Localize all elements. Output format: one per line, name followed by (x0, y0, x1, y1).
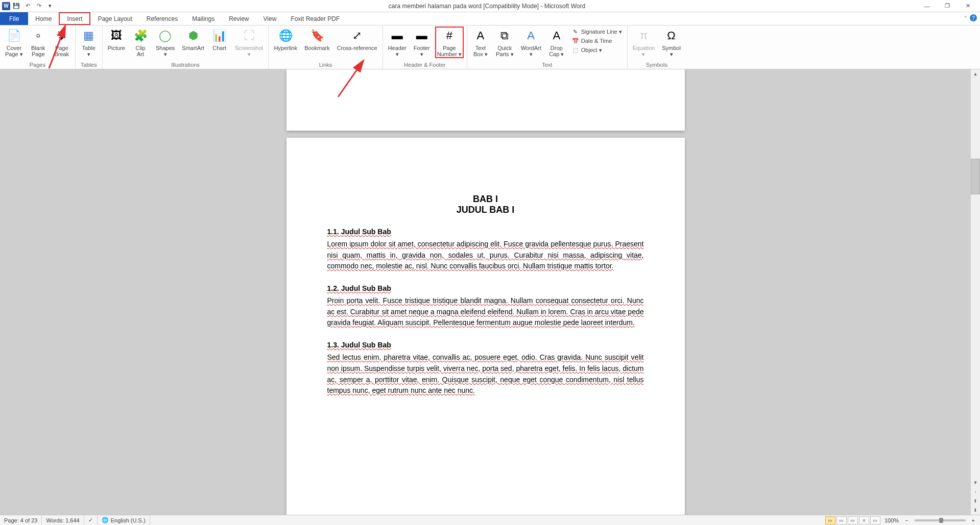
help-icon[interactable]: ? (970, 14, 977, 21)
object-button[interactable]: ⬚Object ▾ (570, 46, 624, 54)
maximize-button[interactable]: ❐ (939, 1, 955, 11)
scroll-track[interactable] (971, 79, 980, 478)
group-illustrations-label: Illustrations (106, 62, 266, 69)
group-header-footer-label: Header & Footer (386, 62, 464, 69)
status-language[interactable]: 🌐English (U.S.) (98, 515, 150, 526)
vertical-scrollbar[interactable]: ▲ ▼ ◦ ⬆ ⬇ (971, 69, 980, 515)
page-number-icon: # (441, 28, 458, 44)
qat-customize-button[interactable]: ▾ (45, 1, 55, 11)
picture-icon: 🖼 (108, 28, 125, 44)
tab-page-layout[interactable]: Page Layout (90, 12, 139, 25)
footer-icon: ▬ (414, 28, 430, 44)
date-time-icon: 📅 (572, 37, 579, 44)
next-page-button[interactable]: ⬇ (971, 506, 980, 515)
redo-button[interactable]: ↷ (34, 1, 44, 11)
shapes-button[interactable]: ◯Shapes ▾ (154, 27, 177, 58)
picture-button[interactable]: 🖼Picture (106, 27, 127, 52)
close-button[interactable]: ✕ (960, 1, 976, 11)
zoom-in-button[interactable]: + (970, 517, 977, 523)
word-app-icon[interactable]: W (2, 2, 10, 10)
group-tables-label: Tables (79, 62, 99, 69)
drop-cap-icon: A (548, 28, 565, 44)
document-area[interactable]: BAB I JUDUL BAB I 1.1. Judul Sub Bab Lor… (0, 69, 971, 515)
tab-review[interactable]: Review (222, 12, 256, 25)
ribbon-minimize-icon[interactable]: ˄ (964, 15, 967, 21)
blank-page-button[interactable]: ▫Blank Page (28, 27, 49, 58)
doc-subheading-2: 1.2. Judul Sub Bab (327, 284, 644, 292)
doc-heading-bab: BAB I (327, 194, 644, 205)
tab-foxit-reader[interactable]: Foxit Reader PDF (283, 12, 347, 25)
proofing-icon: ✓ (88, 517, 93, 523)
group-tables: ▦Table ▾ Tables (76, 26, 103, 69)
view-print-layout[interactable]: ▭ (825, 516, 835, 524)
smartart-button[interactable]: ⬢SmartArt (180, 27, 206, 52)
group-pages-label: Pages (3, 62, 72, 69)
table-button[interactable]: ▦Table ▾ (79, 27, 99, 58)
zoom-level[interactable]: 100% (881, 517, 902, 523)
drop-cap-button[interactable]: ADrop Cap ▾ (546, 27, 567, 58)
status-words[interactable]: Words: 1.644 (42, 515, 84, 526)
view-draft[interactable]: ▭ (870, 516, 880, 524)
quick-parts-button[interactable]: ⧉Quick Parts ▾ (494, 27, 516, 58)
zoom-slider-thumb[interactable] (939, 518, 943, 523)
tab-references[interactable]: References (139, 12, 185, 25)
page-number-button[interactable]: #Page Number ▾ (435, 27, 464, 58)
table-icon: ▦ (81, 28, 97, 44)
group-pages: 📄Cover Page ▾ ▫Blank Page ⮯Page Break Pa… (0, 26, 76, 69)
cover-page-button[interactable]: 📄Cover Page ▾ (3, 27, 25, 58)
view-outline[interactable]: ≡ (859, 516, 869, 524)
ribbon-tabs: File Home Insert Page Layout References … (0, 12, 980, 26)
previous-page-bottom[interactable] (286, 69, 685, 131)
footer-button[interactable]: ▬Footer ▾ (412, 27, 432, 58)
page-break-icon: ⮯ (54, 28, 70, 44)
status-proofing[interactable]: ✓ (84, 515, 98, 526)
signature-line-button[interactable]: ✎Signature Line ▾ (570, 28, 624, 36)
wordart-button[interactable]: AWordArt ▾ (519, 27, 543, 58)
bookmark-button[interactable]: 🔖Bookmark (302, 27, 332, 52)
screenshot-button[interactable]: ⛶Screenshot ▾ (233, 27, 266, 58)
group-text: AText Box ▾ ⧉Quick Parts ▾ AWordArt ▾ AD… (467, 26, 628, 69)
scroll-up-button[interactable]: ▲ (971, 69, 980, 79)
title-bar: W 💾 ↶ ↷ ▾ cara memberi halaman pada word… (0, 0, 980, 12)
scroll-down-button[interactable]: ▼ (971, 478, 980, 487)
doc-subheading-1: 1.1. Judul Sub Bab (327, 228, 644, 236)
page-break-button[interactable]: ⮯Page Break (52, 27, 72, 58)
symbol-icon: Ω (663, 28, 680, 44)
tab-file[interactable]: File (0, 12, 28, 25)
cross-reference-icon: ⤢ (349, 28, 365, 44)
doc-paragraph-3: Sed lectus enim, pharetra vitae, convall… (327, 352, 644, 396)
symbol-button[interactable]: ΩSymbol ▾ (660, 27, 683, 58)
tab-insert[interactable]: Insert (59, 12, 90, 25)
smartart-icon: ⬢ (185, 28, 201, 44)
view-web-layout[interactable]: ▭ (848, 516, 858, 524)
tab-mailings[interactable]: Mailings (185, 12, 222, 25)
clip-art-icon: 🧩 (132, 28, 149, 44)
signature-line-icon: ✎ (572, 28, 579, 35)
tab-view[interactable]: View (256, 12, 284, 25)
scroll-thumb[interactable] (971, 159, 980, 194)
undo-button[interactable]: ↶ (22, 1, 33, 11)
browse-object-button[interactable]: ◦ (971, 487, 980, 496)
view-full-screen[interactable]: ▭ (836, 516, 847, 524)
doc-heading-judul: JUDUL BAB I (327, 205, 644, 215)
clip-art-button[interactable]: 🧩Clip Art (130, 27, 151, 58)
tab-home[interactable]: Home (28, 12, 59, 25)
zoom-out-button[interactable]: − (903, 517, 910, 523)
header-button[interactable]: ▬Header ▾ (386, 27, 409, 58)
zoom-slider[interactable] (915, 519, 966, 521)
minimize-button[interactable]: — (919, 1, 935, 11)
hyperlink-button[interactable]: 🌐Hyperlink (272, 27, 299, 52)
document-page[interactable]: BAB I JUDUL BAB I 1.1. Judul Sub Bab Lor… (286, 138, 685, 515)
text-box-icon: A (472, 28, 489, 44)
date-time-button[interactable]: 📅Date & Time (570, 37, 624, 45)
equation-button[interactable]: πEquation ▾ (631, 27, 657, 58)
text-box-button[interactable]: AText Box ▾ (470, 27, 491, 58)
group-symbols: πEquation ▾ ΩSymbol ▾ Symbols (628, 26, 686, 69)
cross-reference-button[interactable]: ⤢Cross-reference (335, 27, 379, 52)
status-page[interactable]: Page: 4 of 23 (0, 515, 42, 526)
ribbon: 📄Cover Page ▾ ▫Blank Page ⮯Page Break Pa… (0, 26, 980, 69)
status-bar: Page: 4 of 23 Words: 1.644 ✓ 🌐English (U… (0, 515, 980, 525)
prev-page-button[interactable]: ⬆ (971, 496, 980, 506)
save-button[interactable]: 💾 (11, 1, 21, 11)
chart-button[interactable]: 📊Chart (209, 27, 230, 52)
